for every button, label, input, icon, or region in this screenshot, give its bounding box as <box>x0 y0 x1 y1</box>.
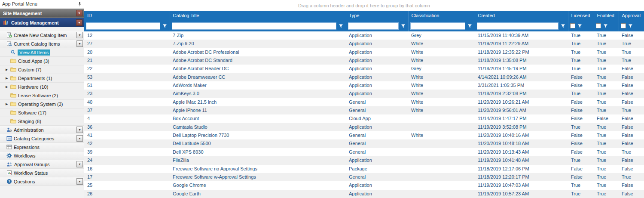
filter-funnel-icon[interactable] <box>338 23 344 29</box>
cell-created: 11/18/2019 12:17:06 PM <box>475 165 568 173</box>
table-row[interactable]: 127-ZipApplicationGrey11/15/2019 11:40:3… <box>84 31 644 40</box>
table-row[interactable]: 20Adobe Acrobat DC ProfessionalApplicati… <box>84 48 644 56</box>
expand-arrow-icon[interactable]: ▶ <box>6 85 10 89</box>
filter-funnel-icon[interactable] <box>577 23 583 29</box>
chevron-down-icon[interactable]: ▼ <box>76 127 83 133</box>
filter-funnel-icon[interactable] <box>628 23 634 29</box>
filter-funnel-icon[interactable] <box>400 23 406 29</box>
expand-arrow-icon[interactable]: ▶ <box>6 77 10 80</box>
table-row[interactable]: 24FileZillaApplication11/19/2019 10:41:4… <box>84 156 644 164</box>
table-row[interactable]: 277-Zip 9.20ApplicationWhite11/19/2019 1… <box>84 40 644 48</box>
filter-input-type[interactable] <box>348 22 399 30</box>
table-row[interactable]: 36Camtasia StudioApplication11/19/2019 3… <box>84 123 644 131</box>
cell-licensed: True <box>568 156 594 164</box>
cell-enabled: True <box>594 173 619 181</box>
sidebar-item-cloud-apps-3[interactable]: Cloud Apps (3) <box>0 57 84 65</box>
sidebar-item-create-new-catalog-item[interactable]: Create New Catalog Item▼ <box>0 31 84 40</box>
pin-icon[interactable] <box>78 2 82 6</box>
chevron-down-icon[interactable]: ▼ <box>76 10 82 16</box>
column-header-approval[interactable]: Approval <box>619 11 644 20</box>
filter-input-catalog-title[interactable] <box>172 22 336 30</box>
chevron-down-icon[interactable]: ▼ <box>76 32 83 38</box>
table-row[interactable]: 40Apple iMac 21.5 inchGeneralWhite11/20/… <box>84 98 644 106</box>
filter-input-id[interactable] <box>86 22 160 30</box>
section-catalog-management[interactable]: Catalog Management ▼ <box>0 18 84 27</box>
sidebar-item-software-17[interactable]: Software (17) <box>0 108 84 117</box>
cell-id: 25 <box>84 181 170 189</box>
cell-type: Application <box>346 156 408 164</box>
cell-approval: False <box>619 90 644 98</box>
cell-classification <box>408 173 475 181</box>
table-row[interactable]: 42Dell Latitude 5500General11/20/2019 10… <box>84 139 644 148</box>
column-header-catalog-title[interactable]: Catalog Title <box>170 11 346 20</box>
chevron-down-icon[interactable]: ▼ <box>76 161 83 167</box>
cell-catalog-title: Freeware Software w-Approval Settings <box>170 173 346 181</box>
table-row[interactable]: 16Freeware Software no Approval Settings… <box>84 165 644 173</box>
filter-input-classification[interactable] <box>410 22 465 30</box>
cell-id: 27 <box>84 40 170 48</box>
table-row[interactable]: 53Adobe Dreamweaver CCApplicationWhite4/… <box>84 73 644 81</box>
table-row[interactable]: 22Adobe Acrobat Reader DCApplicationGrey… <box>84 65 644 73</box>
table-row[interactable]: 51AdWords MakerApplicationWhite3/31/2021… <box>84 81 644 90</box>
chevron-down-icon[interactable]: ▼ <box>76 19 82 26</box>
sidebar-item-expressions[interactable]: Expressions <box>0 143 84 152</box>
sidebar-item-approval-groups[interactable]: Approval Groups▼ <box>0 160 84 169</box>
sidebar-item-administration[interactable]: Administration▼ <box>0 126 84 134</box>
sidebar-tree: Create New Catalog Item▼Current Catalog … <box>0 27 84 198</box>
column-header-enabled[interactable]: Enabled <box>594 11 619 20</box>
column-header-classification[interactable]: Classification <box>408 11 475 20</box>
filter-funnel-icon[interactable] <box>560 23 566 29</box>
expand-arrow-icon[interactable]: ▶ <box>6 68 10 71</box>
sidebar-item-departments-1[interactable]: ▶Departments (1) <box>0 74 84 83</box>
sidebar-item-catalog-categories[interactable]: Catalog Categories▼ <box>0 134 84 143</box>
sidebar-item-current-catalog-items[interactable]: Current Catalog Items▼ <box>0 40 84 48</box>
header-row: IDCatalog TitleTypeClassificationCreated… <box>84 11 644 20</box>
filter-checkbox-licensed[interactable] <box>570 23 575 28</box>
sidebar-item-staging-8[interactable]: Staging (8) <box>0 117 84 126</box>
chevron-down-icon[interactable]: ▼ <box>76 178 83 185</box>
column-header-licensed[interactable]: Licensed <box>568 11 594 20</box>
cell-approval: True <box>619 48 644 56</box>
cell-classification: White <box>408 81 475 90</box>
cell-created: 11/20/2019 10:13:43 AM <box>475 148 568 156</box>
filter-input-created[interactable] <box>477 22 559 30</box>
group-by-bar[interactable]: Drag a column header and drop it here to… <box>84 0 644 11</box>
cell-licensed: True <box>568 40 594 48</box>
table-row[interactable]: 21Adobe Acrobat DC StandardApplicationWh… <box>84 56 644 65</box>
filter-funnel-icon[interactable] <box>603 23 609 29</box>
sidebar-item-custom-7[interactable]: ▶Custom (7) <box>0 65 84 74</box>
table-row[interactable]: 26Google EarthApplication11/19/2019 10:5… <box>84 190 644 198</box>
table-row[interactable]: 39Dell XPS 8930General11/20/2019 10:13:4… <box>84 148 644 156</box>
expand-arrow-icon[interactable]: ▶ <box>6 102 10 106</box>
column-header-id[interactable]: ID <box>84 11 170 20</box>
filter-funnel-icon[interactable] <box>162 23 168 29</box>
chevron-down-icon[interactable]: ▼ <box>76 40 83 47</box>
table-row[interactable]: 17Freeware Software w-Approval SettingsG… <box>84 173 644 181</box>
folder-icon <box>10 76 16 80</box>
cell-created: 11/19/2019 10:57:23 AM <box>475 190 568 198</box>
filter-funnel-icon[interactable] <box>467 23 473 29</box>
table-row[interactable]: 25Google ChromeApplication11/19/2019 10:… <box>84 181 644 189</box>
cell-catalog-title: Adobe Dreamweaver CC <box>170 73 346 81</box>
sidebar-item-label: Custom (7) <box>18 67 41 72</box>
column-header-type[interactable]: Type <box>346 11 408 20</box>
filter-checkbox-enabled[interactable] <box>596 23 601 28</box>
sidebar-item-questions[interactable]: ?Questions▼ <box>0 177 84 186</box>
sidebar-item-view-all-items[interactable]: View All Items <box>0 48 84 57</box>
filter-checkbox-approval[interactable] <box>621 23 626 28</box>
sidebar-item-lease-software-2[interactable]: Lease Software (2) <box>0 91 84 100</box>
chevron-down-icon[interactable]: ▼ <box>76 135 83 142</box>
cell-id: 16 <box>84 165 170 173</box>
sidebar-item-hardware-10[interactable]: ▶Hardware (10) <box>0 83 84 91</box>
cell-created: 11/18/2019 1:45:19 PM <box>475 65 568 73</box>
cell-approval: True <box>619 40 644 48</box>
column-header-created[interactable]: Created <box>475 11 568 20</box>
table-row[interactable]: 4Box AccountCloud App11/14/2019 1:47:17 … <box>84 114 644 123</box>
table-row[interactable]: 23AimKeys 3.0ApplicationWhite11/18/2019 … <box>84 90 644 98</box>
sidebar-item-workflows[interactable]: Workflows <box>0 152 84 160</box>
sidebar-item-workflow-status[interactable]: Workflow Status <box>0 169 84 177</box>
table-row[interactable]: 41Dell Laptop Precision 7730GeneralWhite… <box>84 131 644 139</box>
table-row[interactable]: 37Apple iPhone 11GeneralWhite11/20/2019 … <box>84 106 644 114</box>
section-site-management[interactable]: Site Management ▼ <box>0 9 84 18</box>
sidebar-item-operating-system-3[interactable]: ▶Operating System (3) <box>0 100 84 108</box>
